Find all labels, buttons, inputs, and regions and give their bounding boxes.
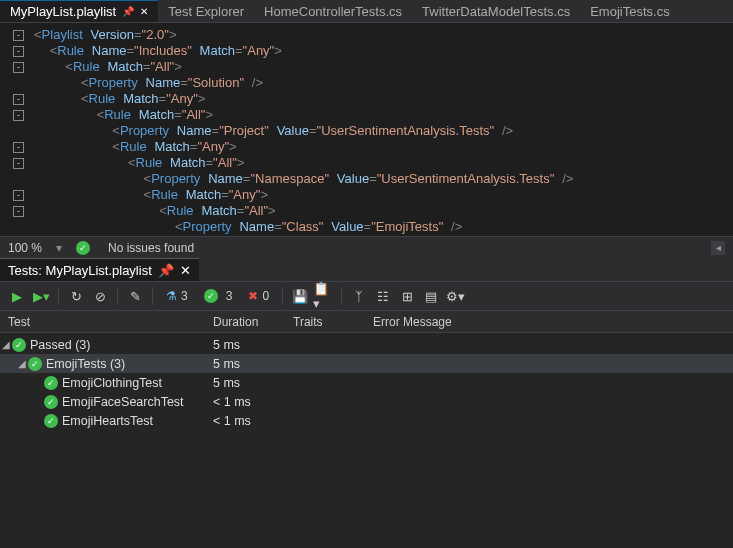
fold-toggle[interactable]: - — [13, 110, 24, 121]
col-test[interactable]: Test — [8, 315, 213, 329]
fold-toggle[interactable]: - — [13, 62, 24, 73]
test-tree: ◢ ✓ Passed (3) 5 ms ◢ ✓ EmojiTests (3) 5… — [0, 333, 733, 548]
duration: 5 ms — [213, 357, 293, 371]
tab-label: TwitterDataModelTests.cs — [422, 4, 570, 19]
chevron-down-icon[interactable]: ◢ — [16, 358, 28, 369]
run-all-button[interactable]: ▶ — [6, 285, 28, 307]
tab-label: HomeControllerTests.cs — [264, 4, 402, 19]
panel-tabs: Tests: MyPlayList.playlist 📌 ✕ — [0, 258, 733, 281]
test-item[interactable]: ✓ EmojiClothingTest 5 ms — [0, 373, 733, 392]
column-headers: Test Duration Traits Error Message — [0, 311, 733, 333]
fold-toggle[interactable]: - — [13, 46, 24, 57]
test-name: EmojiFaceSearchTest — [62, 395, 184, 409]
filter-button[interactable]: ᛉ — [348, 285, 370, 307]
fold-toggle[interactable]: - — [13, 30, 24, 41]
test-toolbar: ▶ ▶▾ ↻ ⊘ ✎ ⚗3 ✓3 ✖0 💾 📋▾ ᛉ ☷ ⊞ ▤ ⚙▾ — [0, 281, 733, 311]
test-group-passed[interactable]: ◢ ✓ Passed (3) 5 ms — [0, 335, 733, 354]
fail-icon: ✖ — [248, 289, 258, 303]
tab-playlist[interactable]: MyPlayList.playlist 📌 ✕ — [0, 0, 158, 22]
close-icon[interactable]: ✕ — [180, 263, 191, 278]
zoom-level[interactable]: 100 % — [8, 241, 42, 255]
passed-counter[interactable]: ✓3 — [197, 286, 240, 306]
failed-counter[interactable]: ✖0 — [241, 286, 276, 306]
col-duration[interactable]: Duration — [213, 315, 293, 329]
group-label: EmojiTests (3) — [46, 357, 125, 371]
stop-button[interactable]: ⊘ — [89, 285, 111, 307]
repeat-button[interactable]: ↻ — [65, 285, 87, 307]
total-counter[interactable]: ⚗3 — [159, 286, 195, 306]
edit-button[interactable]: ✎ — [124, 285, 146, 307]
panel-tab-tests[interactable]: Tests: MyPlayList.playlist 📌 ✕ — [0, 258, 199, 281]
fold-toggle[interactable]: - — [13, 142, 24, 153]
duration: 5 ms — [213, 338, 293, 352]
editor-status-bar: 100 % ▾ ✓ No issues found ◂ — [0, 236, 733, 258]
save-button[interactable]: 💾 — [289, 285, 311, 307]
pin-icon[interactable]: 📌 — [122, 6, 134, 17]
settings-button[interactable]: ⚙▾ — [444, 285, 466, 307]
pass-icon: ✓ — [44, 414, 58, 428]
check-icon: ✓ — [76, 241, 90, 255]
fold-toggle[interactable]: - — [13, 190, 24, 201]
chevron-down-icon[interactable]: ◢ — [0, 339, 12, 350]
test-name: EmojiClothingTest — [62, 376, 162, 390]
group-button[interactable]: ☷ — [372, 285, 394, 307]
close-icon[interactable]: ✕ — [140, 6, 148, 17]
flask-icon: ⚗ — [166, 289, 177, 303]
col-error[interactable]: Error Message — [373, 315, 733, 329]
pass-icon: ✓ — [12, 338, 26, 352]
fold-gutter: - - - - - - - - - - - - - - — [0, 23, 28, 236]
col-traits[interactable]: Traits — [293, 315, 373, 329]
fold-toggle[interactable]: - — [13, 94, 24, 105]
test-group-emojitests[interactable]: ◢ ✓ EmojiTests (3) 5 ms — [0, 354, 733, 373]
pass-icon: ✓ — [44, 376, 58, 390]
pass-icon: ✓ — [44, 395, 58, 409]
code-editor[interactable]: - - - - - - - - - - - - - - <Playlist Ve… — [0, 23, 733, 236]
columns-button[interactable]: ▤ — [420, 285, 442, 307]
panel-tab-label: Tests: MyPlayList.playlist — [8, 263, 152, 278]
tab-emoji-tests[interactable]: EmojiTests.cs — [580, 0, 679, 22]
editor-tabs: MyPlayList.playlist 📌 ✕ Test Explorer Ho… — [0, 0, 733, 23]
pin-icon[interactable]: 📌 — [158, 263, 174, 278]
expand-button[interactable]: ⊞ — [396, 285, 418, 307]
code-content[interactable]: <Playlist Version="2.0"> <Rule Name="Inc… — [28, 23, 698, 236]
tab-home-tests[interactable]: HomeControllerTests.cs — [254, 0, 412, 22]
run-button[interactable]: ▶▾ — [30, 285, 52, 307]
test-item[interactable]: ✓ EmojiHeartsTest < 1 ms — [0, 411, 733, 430]
fold-toggle[interactable]: - — [13, 206, 24, 217]
pass-icon: ✓ — [28, 357, 42, 371]
issues-label: No issues found — [108, 241, 194, 255]
tab-label: EmojiTests.cs — [590, 4, 669, 19]
tab-label: MyPlayList.playlist — [10, 4, 116, 19]
group-label: Passed (3) — [30, 338, 90, 352]
duration: < 1 ms — [213, 395, 293, 409]
test-item[interactable]: ✓ EmojiFaceSearchTest < 1 ms — [0, 392, 733, 411]
scroll-left-icon[interactable]: ◂ — [711, 241, 725, 255]
tab-label: Test Explorer — [168, 4, 244, 19]
playlist-button[interactable]: 📋▾ — [313, 285, 335, 307]
check-icon: ✓ — [204, 289, 218, 303]
tab-twitter-tests[interactable]: TwitterDataModelTests.cs — [412, 0, 580, 22]
test-name: EmojiHeartsTest — [62, 414, 153, 428]
duration: < 1 ms — [213, 414, 293, 428]
tab-test-explorer[interactable]: Test Explorer — [158, 0, 254, 22]
duration: 5 ms — [213, 376, 293, 390]
fold-toggle[interactable]: - — [13, 158, 24, 169]
